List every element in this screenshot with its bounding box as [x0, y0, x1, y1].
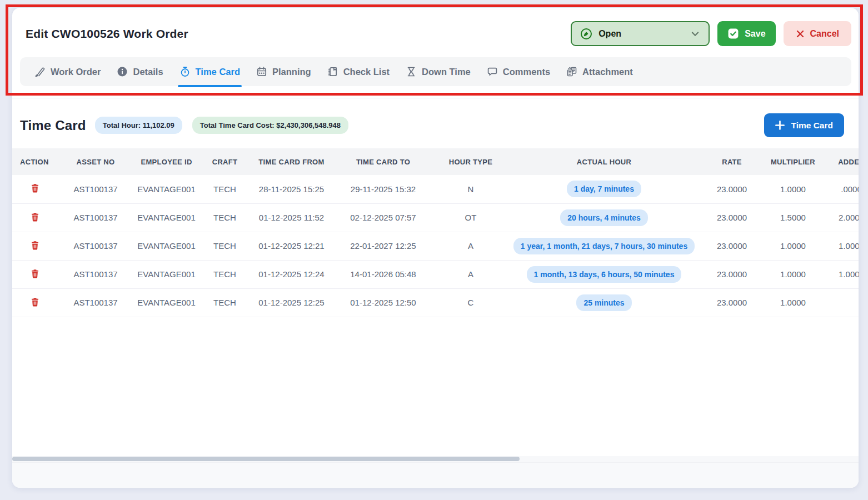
- tab-details[interactable]: Details: [117, 57, 163, 86]
- table-row: AST100137EVANTAGE001TECH28-11-2025 15:25…: [12, 175, 859, 203]
- attachment-pages-icon: [566, 66, 577, 77]
- cancel-button[interactable]: Cancel: [784, 21, 851, 46]
- cell-asset-no: AST100137: [62, 175, 129, 203]
- actual-hour-badge: 20 hours, 4 minutes: [560, 209, 647, 226]
- tab-label: Time Card: [196, 67, 240, 77]
- horizontal-scrollbar-thumb[interactable]: [12, 457, 520, 461]
- time-card-table-container: ACTIONASSET NOEMPLOYEE IDCRAFTTIME CARD …: [12, 148, 859, 317]
- tab-planning[interactable]: Planning: [256, 57, 311, 86]
- cell-action: [12, 288, 62, 317]
- cell-rate: 23.0000: [696, 203, 768, 232]
- plus-icon: [775, 121, 785, 130]
- cell-rate: 23.0000: [696, 232, 768, 260]
- cell-hour-type: A: [429, 260, 512, 288]
- delete-row-button[interactable]: [30, 212, 40, 222]
- panel-footer: [12, 462, 859, 488]
- tab-label: Planning: [272, 67, 311, 77]
- tab-attachment[interactable]: Attachment: [566, 57, 633, 86]
- column-header-hour-type: HOUR TYPE: [429, 148, 512, 175]
- trash-icon: [30, 244, 40, 252]
- add-time-card-button[interactable]: Time Card: [764, 113, 844, 137]
- tab-label: Work Order: [51, 67, 101, 77]
- cell-hour-type: OT: [429, 203, 512, 232]
- trash-icon: [30, 301, 40, 309]
- cell-multiplier: 1.5000: [768, 203, 818, 232]
- save-label: Save: [745, 29, 765, 39]
- cell-employee-id: EVANTAGE001: [129, 288, 204, 317]
- column-header-time-card-to: TIME CARD TO: [337, 148, 429, 175]
- tab-bar: Work Order Details Time Card Planning: [20, 57, 851, 86]
- column-header-adder: ADDER: [818, 148, 859, 175]
- tab-work-order[interactable]: Work Order: [34, 57, 101, 86]
- actual-hour-badge: 1 day, 7 minutes: [567, 181, 641, 197]
- cell-multiplier: 1.0000: [768, 232, 818, 260]
- delete-row-button[interactable]: [30, 297, 40, 307]
- cell-asset-no: AST100137: [62, 232, 129, 260]
- tab-down-time[interactable]: Down Time: [406, 57, 471, 86]
- time-card-section-header: Time Card Total Hour: 11,102.09 Total Ti…: [12, 98, 859, 148]
- work-order-panel: Edit CWO100526 Work Order Open Save: [12, 8, 859, 488]
- table-body: AST100137EVANTAGE001TECH28-11-2025 15:25…: [12, 175, 859, 317]
- cell-craft: TECH: [204, 175, 246, 203]
- cell-employee-id: EVANTAGE001: [129, 175, 204, 203]
- column-header-craft: CRAFT: [204, 148, 246, 175]
- tab-comments[interactable]: Comments: [487, 57, 550, 86]
- cell-craft: TECH: [204, 288, 246, 317]
- actual-hour-badge: 1 month, 13 days, 6 hours, 50 minutes: [527, 266, 682, 283]
- cell-action: [12, 260, 62, 288]
- stopwatch-icon: [179, 66, 191, 77]
- cell-multiplier: 1.0000: [768, 260, 818, 288]
- delete-row-button[interactable]: [30, 268, 40, 279]
- cell-employee-id: EVANTAGE001: [129, 203, 204, 232]
- cell-employee-id: EVANTAGE001: [129, 260, 204, 288]
- info-circle-icon: [117, 66, 128, 77]
- hourglass-icon: [406, 66, 417, 77]
- chevron-down-icon: [690, 29, 700, 39]
- column-header-action: ACTION: [12, 148, 62, 175]
- cell-time-card-to: 22-01-2027 12:25: [337, 232, 429, 260]
- cell-multiplier: 1.0000: [768, 288, 818, 317]
- cell-time-card-to: 14-01-2026 05:48: [337, 260, 429, 288]
- column-header-employee-id: EMPLOYEE ID: [129, 148, 204, 175]
- cell-hour-type: N: [429, 175, 512, 203]
- cell-time-card-from: 01-12-2025 12:21: [246, 232, 337, 260]
- cell-employee-id: EVANTAGE001: [129, 232, 204, 260]
- cell-time-card-from: 01-12-2025 12:25: [246, 288, 337, 317]
- cell-action: [12, 203, 62, 232]
- delete-row-button[interactable]: [30, 240, 40, 251]
- calendar-icon: [256, 66, 267, 77]
- cell-actual-hour: 25 minutes: [512, 288, 696, 317]
- table-row: AST100137EVANTAGE001TECH01-12-2025 12:24…: [12, 260, 859, 288]
- tab-label: Down Time: [422, 67, 471, 77]
- panel-header: Edit CWO100526 Work Order Open Save: [12, 8, 859, 86]
- cell-asset-no: AST100137: [62, 203, 129, 232]
- cell-rate: 23.0000: [696, 288, 768, 317]
- table-header-row: ACTIONASSET NOEMPLOYEE IDCRAFTTIME CARD …: [12, 148, 859, 175]
- cell-time-card-to: 29-11-2025 15:32: [337, 175, 429, 203]
- cell-hour-type: A: [429, 232, 512, 260]
- cancel-label: Cancel: [810, 29, 839, 39]
- cell-action: [12, 175, 62, 203]
- delete-row-button[interactable]: [30, 183, 40, 193]
- total-hour-badge: Total Hour: 11,102.09: [95, 117, 182, 134]
- tab-check-list[interactable]: Check List: [327, 57, 390, 86]
- cell-craft: TECH: [204, 203, 246, 232]
- tab-label: Comments: [503, 67, 550, 77]
- cell-adder: .0000: [818, 175, 859, 203]
- cell-actual-hour: 1 year, 1 month, 21 days, 7 hours, 30 mi…: [512, 232, 696, 260]
- cell-time-card-to: 01-12-2025 12:50: [337, 288, 429, 317]
- tab-time-card[interactable]: Time Card: [179, 57, 240, 86]
- cell-adder: 1.0000: [818, 260, 859, 288]
- cell-time-card-from: 28-11-2025 15:25: [246, 175, 337, 203]
- cell-adder: [818, 288, 859, 317]
- cell-hour-type: C: [429, 288, 512, 317]
- save-button[interactable]: Save: [717, 21, 775, 46]
- total-cost-badge: Total Time Card Cost: $2,430,306,548.948: [192, 117, 348, 134]
- cell-actual-hour: 1 day, 7 minutes: [512, 175, 696, 203]
- actual-hour-badge: 1 year, 1 month, 21 days, 7 hours, 30 mi…: [513, 238, 695, 254]
- cell-adder: 2.0000: [818, 203, 859, 232]
- page-title: Edit CWO100526 Work Order: [26, 27, 188, 41]
- status-dropdown[interactable]: Open: [571, 21, 710, 46]
- cell-actual-hour: 1 month, 13 days, 6 hours, 50 minutes: [512, 260, 696, 288]
- cell-time-card-to: 02-12-2025 07:57: [337, 203, 429, 232]
